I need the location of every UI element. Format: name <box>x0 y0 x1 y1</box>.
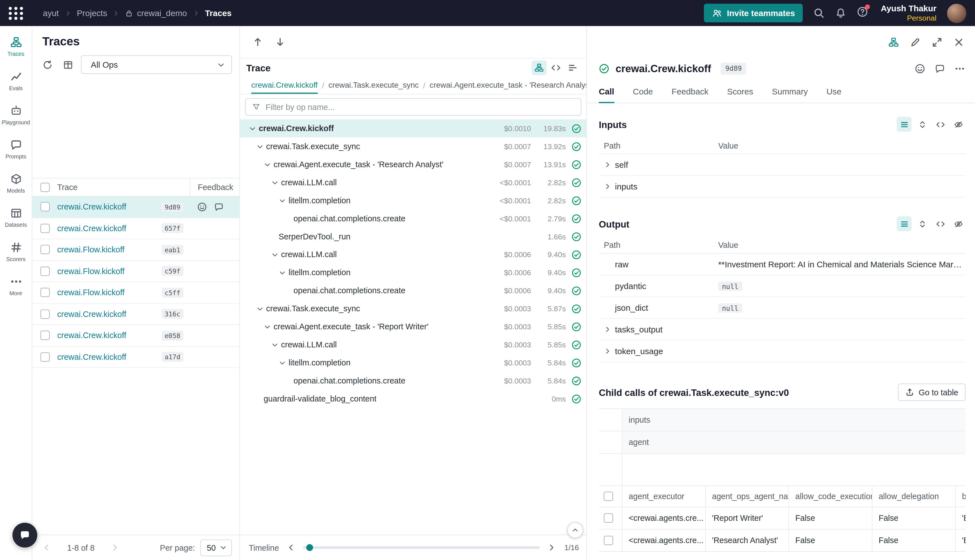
op-name-filter[interactable] <box>245 98 581 116</box>
expand-all-button[interactable] <box>915 117 930 132</box>
scroll-top-button[interactable] <box>567 522 583 538</box>
flame-view-button[interactable] <box>565 60 580 75</box>
breadcrumb-page[interactable]: Traces <box>205 8 231 18</box>
tab-code[interactable]: Code <box>633 81 653 103</box>
json-view-button[interactable] <box>933 216 948 231</box>
prev-page-icon[interactable] <box>42 543 51 552</box>
tree-row[interactable]: crewai.Task.execute_sync $0.0007 13.92s <box>240 137 586 155</box>
next-call-button[interactable] <box>272 34 287 49</box>
notifications-bell-icon[interactable] <box>835 7 846 18</box>
row-checkbox[interactable] <box>604 536 613 545</box>
show-tree-toggle-icon[interactable] <box>888 37 899 48</box>
output-row[interactable]: pydantic null <box>599 275 966 297</box>
nav-datasets[interactable]: Datasets <box>0 203 31 232</box>
output-row[interactable]: tasks_output <box>599 319 966 341</box>
child-call-row[interactable]: <crewai.agents.cre... 'Report Writer' Fa… <box>599 507 966 530</box>
collapse-toggle[interactable] <box>256 143 266 150</box>
collapse-toggle[interactable] <box>264 323 274 330</box>
tree-row[interactable]: litellm.completion $0.0006 9.40s <box>240 263 586 282</box>
trace-row[interactable]: crewai.Flow.kickoff c5ff <box>32 282 240 304</box>
emoji-feedback-icon[interactable] <box>915 63 925 73</box>
user-avatar[interactable] <box>947 3 966 23</box>
op-name-filter-input[interactable] <box>265 102 574 112</box>
call-crumb[interactable]: crewai.Task.execute_sync <box>328 77 419 94</box>
output-row[interactable]: token_usage <box>599 341 966 362</box>
trace-row[interactable]: crewai.Flow.kickoff c59f <box>32 261 240 282</box>
help-button[interactable] <box>857 6 868 20</box>
per-page-select[interactable]: 50 <box>200 539 232 556</box>
row-checkbox[interactable] <box>40 331 50 340</box>
code-view-button[interactable] <box>548 60 563 75</box>
more-options-icon[interactable] <box>954 63 965 73</box>
tree-row[interactable]: crewai.LLM.call <$0.0001 2.82s <box>240 173 586 192</box>
row-checkbox[interactable] <box>604 513 613 523</box>
tree-row[interactable]: crewai.LLM.call $0.0006 9.40s <box>240 246 586 263</box>
timeline-next-icon[interactable] <box>547 543 556 552</box>
output-row[interactable]: json_dict null <box>599 297 966 319</box>
collapse-toggle[interactable] <box>279 197 288 204</box>
op-filter-select[interactable]: All Ops <box>81 55 232 74</box>
tree-row[interactable]: crewai.Agent.execute_task - 'Research An… <box>240 155 586 173</box>
row-checkbox[interactable] <box>40 223 50 233</box>
row-checkbox[interactable] <box>40 202 50 212</box>
column-header[interactable]: agent_executor <box>622 486 706 507</box>
pretty-view-button[interactable] <box>897 117 912 132</box>
emoji-feedback-icon[interactable] <box>197 202 207 212</box>
timeline-slider[interactable] <box>303 546 540 549</box>
tree-row[interactable]: openai.chat.completions.create $0.0006 9… <box>240 282 586 300</box>
breadcrumb-projects[interactable]: Projects <box>77 8 107 18</box>
json-view-button[interactable] <box>933 117 948 132</box>
trace-name[interactable]: crewai.Crew.kickoff <box>57 352 162 362</box>
pretty-view-button[interactable] <box>897 216 912 231</box>
collapse-toggle[interactable] <box>256 305 266 312</box>
tree-row[interactable]: crewai.Agent.execute_task - 'Report Writ… <box>240 318 586 335</box>
row-checkbox[interactable] <box>40 267 50 276</box>
hide-values-button[interactable] <box>951 117 966 132</box>
timeline-prev-icon[interactable] <box>286 543 295 552</box>
tab-use[interactable]: Use <box>826 81 841 103</box>
row-checkbox[interactable] <box>40 288 50 297</box>
call-crumb[interactable]: crewai.Agent.execute_task - 'Research An… <box>430 77 586 94</box>
nav-scorers[interactable]: Scorers <box>0 237 31 266</box>
collapse-toggle[interactable] <box>264 161 274 168</box>
column-header[interactable]: agent_ops_agent_nan <box>706 486 789 507</box>
chevron-right-icon[interactable] <box>604 161 611 168</box>
trace-name[interactable]: crewai.Flow.kickoff <box>57 245 162 254</box>
chevron-right-icon[interactable] <box>604 183 611 190</box>
chevron-right-icon[interactable] <box>604 347 611 355</box>
hide-values-button[interactable] <box>951 216 966 231</box>
timeline-slider-handle[interactable] <box>306 544 313 551</box>
next-page-icon[interactable] <box>111 543 120 552</box>
chat-launcher-button[interactable] <box>12 523 37 548</box>
tree-row[interactable]: openai.chat.completions.create <$0.0001 … <box>240 210 586 228</box>
breadcrumb-entity[interactable]: ayut <box>43 8 59 18</box>
expand-all-button[interactable] <box>915 216 930 231</box>
search-icon[interactable] <box>814 7 825 18</box>
tab-feedback[interactable]: Feedback <box>672 81 709 103</box>
comment-feedback-icon[interactable] <box>214 202 224 212</box>
child-call-row[interactable]: <crewai.agents.cre... 'Research Analyst'… <box>599 530 966 552</box>
tree-row[interactable]: crewai.Task.execute_sync $0.0003 5.87s <box>240 300 586 318</box>
output-row[interactable]: raw **Investment Report: AI in Chemical … <box>599 253 966 275</box>
tab-scores[interactable]: Scores <box>727 81 753 103</box>
refresh-button[interactable] <box>40 57 55 72</box>
input-row[interactable]: self <box>599 154 966 176</box>
collapse-toggle[interactable] <box>279 269 288 276</box>
edit-pencil-icon[interactable] <box>910 37 921 48</box>
tree-row[interactable]: openai.chat.completions.create $0.0003 5… <box>240 372 586 390</box>
column-header[interactable]: allow_delegation <box>872 486 955 507</box>
chevron-right-icon[interactable] <box>604 326 611 333</box>
trace-row[interactable]: crewai.Crew.kickoff a17d <box>32 347 240 368</box>
breadcrumb-project[interactable]: crewai_demo <box>125 8 187 18</box>
row-checkbox[interactable] <box>40 309 50 318</box>
tree-row[interactable]: crewai.LLM.call $0.0003 5.85s <box>240 335 586 353</box>
fullscreen-icon[interactable] <box>932 37 943 48</box>
column-header[interactable]: b <box>956 486 966 507</box>
tree-view-button[interactable] <box>532 60 547 75</box>
tree-row[interactable]: SerperDevTool._run 1.66s <box>240 228 586 246</box>
nav-models[interactable]: Models <box>0 169 31 198</box>
collapse-toggle[interactable] <box>279 359 288 366</box>
invite-teammates-button[interactable]: Invite teammates <box>704 4 803 22</box>
tree-row[interactable]: litellm.completion $0.0003 5.84s <box>240 353 586 372</box>
call-crumb[interactable]: crewai.Crew.kickoff <box>251 77 317 94</box>
